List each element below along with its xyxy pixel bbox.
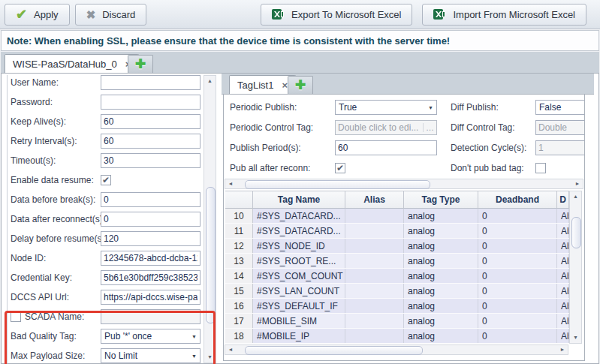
dccs-api-url-input[interactable] [101, 290, 201, 305]
column-header-d[interactable]: D [557, 191, 569, 209]
cell-extra[interactable]: Ab [557, 299, 569, 313]
left-panel-scrollbar[interactable]: ▲ ▼ [204, 75, 216, 363]
table-row[interactable]: 18#MOBILE_IPanalog0Ab [225, 329, 569, 344]
scada-name-input[interactable] [101, 309, 201, 324]
table-vscrollbar[interactable]: ▲ ▼ [569, 191, 582, 344]
cell-tag[interactable]: #MOBILE_IP [253, 329, 345, 343]
cell-type[interactable]: analog [404, 224, 478, 238]
cell-type[interactable]: analog [404, 254, 478, 268]
cell-tag[interactable]: #SYS_LAN_COUNT [253, 284, 345, 298]
cell-tag[interactable]: #SYS_ROOT_RE... [253, 254, 345, 268]
scroll-right-icon[interactable]: ► [557, 345, 568, 354]
data-after-reconnect-input[interactable] [101, 212, 201, 227]
pub-all-after-reconn-checkbox[interactable]: ✔ [335, 163, 345, 173]
table-row[interactable]: 16#SYS_DEFAULT_IFanalog0Ab [225, 299, 569, 314]
column-header-alias[interactable]: Alias [345, 191, 404, 209]
diff-publish-dropdown[interactable]: False▼ [535, 100, 585, 115]
cell-num[interactable]: 10 [225, 209, 253, 223]
scroll-up-icon[interactable]: ▲ [204, 76, 216, 86]
column-header-tag-type[interactable]: Tag Type [404, 191, 478, 209]
cell-type[interactable]: analog [404, 239, 478, 253]
cell-num[interactable]: 12 [225, 239, 253, 253]
scroll-up-icon[interactable]: ▲ [570, 191, 581, 202]
cell-alias[interactable] [345, 254, 404, 268]
import-excel-button[interactable]: Import From Microsoft Excel [422, 4, 586, 26]
node-id-input[interactable] [101, 251, 201, 266]
dont-pub-bad-tag-checkbox[interactable] [535, 163, 546, 173]
cell-alias[interactable] [345, 329, 404, 343]
scroll-down-icon[interactable]: ▼ [204, 352, 216, 362]
cell-extra[interactable]: Ab [557, 284, 569, 298]
cell-num[interactable]: 11 [225, 224, 253, 238]
tab-wise-paas-datahub[interactable]: WISE-PaaS/DataHub_0 × [5, 54, 139, 73]
cell-type[interactable]: analog [404, 209, 478, 223]
table-vscrollbar-thumb[interactable] [571, 217, 581, 248]
enable-data-resume-checkbox[interactable]: ✔ [101, 175, 111, 185]
cell-deadband[interactable]: 0 [478, 209, 557, 223]
publish-period-input[interactable] [335, 140, 437, 155]
max-payload-size-dropdown[interactable]: No Limit▼ [101, 348, 201, 363]
cell-num[interactable]: 13 [225, 254, 253, 268]
cell-extra[interactable]: Ab [557, 314, 569, 328]
cell-extra[interactable]: Ab [557, 239, 569, 253]
hscrollbar-thumb[interactable] [245, 180, 430, 189]
tab-taglist1[interactable]: TagList1 × [229, 75, 296, 94]
cell-alias[interactable] [345, 269, 404, 283]
credential-key-input[interactable] [101, 270, 201, 285]
scroll-left-icon[interactable]: ◄ [225, 179, 236, 188]
export-excel-button[interactable]: Export To Microsoft Excel [261, 4, 412, 26]
table-row[interactable]: 13#SYS_ROOT_RE...analog0Ab [225, 254, 569, 269]
table-hscrollbar-bottom[interactable]: ◄ ► [225, 344, 568, 355]
table-row[interactable]: 14#SYS_COM_COUNTanalog0Ab [225, 269, 569, 284]
add-taglist-tab-button[interactable]: ✚ [288, 76, 313, 94]
cell-type[interactable]: analog [404, 269, 478, 283]
table-row[interactable]: 10#SYS_DATACARD...analog0Ab [225, 209, 569, 224]
scroll-left-icon[interactable]: ◄ [225, 345, 236, 354]
cell-extra[interactable]: Ab [557, 329, 569, 343]
cell-num[interactable]: 15 [225, 284, 253, 298]
table-row[interactable]: 15#SYS_LAN_COUNTanalog0Ab [225, 284, 569, 299]
cell-deadband[interactable]: 0 [478, 254, 557, 268]
cell-tag[interactable]: #MOBILE_SIM [253, 314, 345, 328]
periodic-publish-dropdown[interactable]: True▼ [335, 100, 437, 115]
table-row[interactable]: 17#MOBILE_SIManalog0Ab [225, 314, 569, 329]
table-row[interactable]: 11#SYS_DATACARD...analog0Ab [225, 224, 569, 239]
bad-quality-tag-dropdown[interactable]: Pub '*' once▼ [101, 329, 201, 344]
cell-alias[interactable] [345, 284, 404, 298]
data-before-break-input[interactable] [101, 192, 201, 207]
cell-type[interactable]: analog [404, 299, 478, 313]
delay-before-resume-input[interactable] [101, 231, 201, 246]
column-header-deadband[interactable]: Deadband [478, 191, 557, 209]
hscrollbar-thumb[interactable] [245, 346, 423, 355]
user-name-input[interactable] [101, 75, 201, 90]
left-scrollbar-thumb[interactable] [206, 187, 216, 323]
add-device-tab-button[interactable]: ✚ [128, 55, 153, 73]
cell-deadband[interactable]: 0 [478, 269, 557, 283]
cell-type[interactable]: analog [404, 329, 478, 343]
apply-button[interactable]: ✔ Apply [5, 4, 70, 26]
cell-deadband[interactable]: 0 [478, 329, 557, 343]
cell-num[interactable]: 16 [225, 299, 253, 313]
cell-deadband[interactable]: 0 [478, 239, 557, 253]
retry-interval-input[interactable] [101, 134, 201, 149]
table-row[interactable]: 12#SYS_NODE_IDanalog0Ab [225, 239, 569, 254]
cell-extra[interactable]: Ab [557, 209, 569, 223]
password-input[interactable] [101, 95, 201, 110]
cell-tag[interactable]: #SYS_DEFAULT_IF [253, 299, 345, 313]
cell-tag[interactable]: #SYS_DATACARD... [253, 209, 345, 223]
discard-button[interactable]: ✖ Discard [75, 4, 147, 26]
ellipsis-button[interactable]: … [423, 123, 434, 132]
column-header-rownum[interactable] [225, 191, 253, 209]
keep-alive-input[interactable] [101, 114, 201, 129]
timeout-input[interactable] [101, 153, 201, 168]
cell-tag[interactable]: #SYS_COM_COUNT [253, 269, 345, 283]
close-tab-icon[interactable]: × [282, 80, 288, 91]
cell-extra[interactable]: Ab [557, 254, 569, 268]
diff-control-tag-input[interactable] [535, 120, 585, 135]
cell-tag[interactable]: #SYS_DATACARD... [253, 224, 345, 238]
cell-alias[interactable] [345, 314, 404, 328]
cell-tag[interactable]: #SYS_NODE_ID [253, 239, 345, 253]
cell-extra[interactable]: Ab [557, 224, 569, 238]
cell-num[interactable]: 18 [225, 329, 253, 343]
cell-deadband[interactable]: 0 [478, 284, 557, 298]
